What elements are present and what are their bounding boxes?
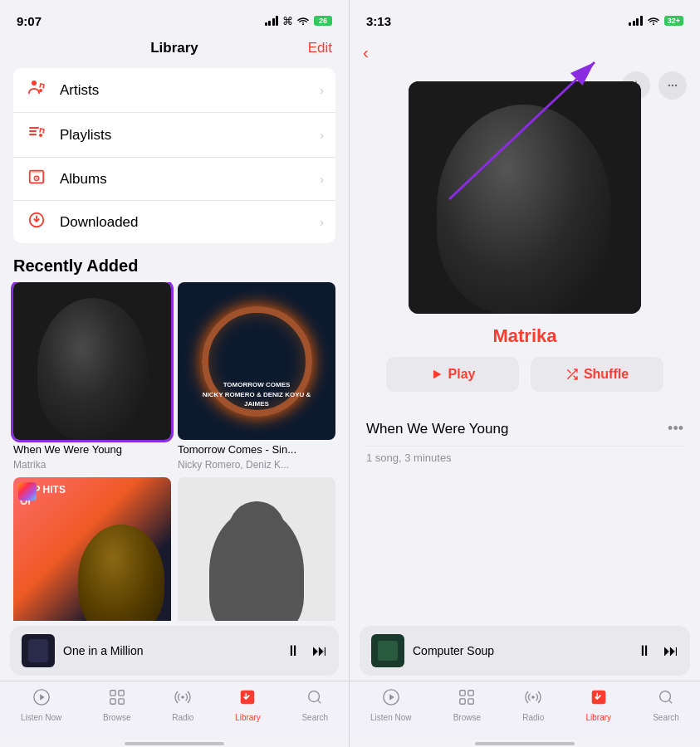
left-battery: 26 (314, 16, 332, 26)
track-meta: 1 song, 3 minutes (366, 447, 683, 472)
more-btn[interactable] (658, 71, 687, 100)
left-signal-icon (265, 16, 279, 26)
tomorrow-art: TOMORROW COMESNICKY ROMERO & DENIZ KOYU … (178, 282, 335, 440)
library-item-playlists[interactable]: Playlists › (13, 113, 335, 158)
svg-rect-26 (468, 699, 473, 704)
tab-listen-label-right: Listen Now (370, 713, 411, 722)
album-card-1[interactable]: When We Were Young Matrika (13, 282, 171, 471)
album-card-2[interactable]: TOMORROW COMESNICKY ROMERO & DENIZ KOYU … (178, 282, 335, 471)
right-mini-thumb (371, 634, 404, 667)
play-btn[interactable]: Play (386, 357, 519, 392)
left-mini-player[interactable]: One in a Million ⏸ ⏭ (10, 626, 339, 676)
plain-art (178, 477, 335, 621)
tophits-art: TOP HITSOf (13, 477, 171, 621)
track-section: When We Were Young ••• 1 song, 3 minutes (350, 405, 700, 621)
left-status-bar: 9:07 ⌘ 26 (0, 0, 349, 37)
album-artist-1: Matrika (13, 459, 171, 471)
svg-rect-23 (460, 691, 465, 696)
right-mini-info: Computer Soup (413, 644, 629, 657)
right-forward-btn[interactable]: ⏭ (663, 642, 678, 660)
tab-browse-icon-right (458, 688, 476, 710)
albums-chevron: › (320, 173, 324, 186)
tab-search-right[interactable]: Search (653, 688, 679, 722)
tab-radio-icon-right (524, 688, 542, 710)
album-card-4[interactable] (178, 477, 335, 621)
left-nav-header: Library Edit (0, 37, 349, 63)
right-status-icons: 32+ (629, 13, 683, 28)
matrika-person (37, 298, 148, 440)
playlists-icon (25, 123, 48, 147)
tab-listen-now-left[interactable]: Listen Now (21, 688, 61, 722)
tab-search-left[interactable]: Search (301, 688, 328, 722)
svg-point-0 (302, 23, 304, 25)
tab-library-icon-right (590, 688, 608, 710)
tab-library-left[interactable]: Library (235, 688, 261, 722)
right-status-bar: 3:13 32+ (350, 0, 700, 37)
left-forward-btn[interactable]: ⏭ (312, 642, 327, 660)
right-nav-area: ‹ (350, 37, 700, 73)
tab-browse-label-right: Browse (453, 713, 481, 722)
album-art-2: TOMORROW COMESNICKY ROMERO & DENIZ KOYU … (178, 282, 335, 440)
shuffle-btn[interactable]: Shuffle (531, 357, 663, 392)
library-list: Artists › Playlists › (13, 68, 335, 243)
right-signal-icon (629, 16, 643, 26)
left-mini-info: One in a Million (63, 644, 277, 657)
albums-icon (25, 168, 48, 190)
left-mini-title: One in a Million (63, 644, 277, 657)
album-artist-2: Nicky Romero, Deniz K... (178, 459, 335, 471)
tophits-badge (18, 482, 37, 500)
tab-browse-icon-left (108, 688, 126, 710)
album-title-2: Tomorrow Comes - Sin... (178, 443, 335, 456)
tab-browse-right[interactable]: Browse (453, 688, 481, 722)
svg-rect-4 (32, 171, 42, 173)
album-card-3[interactable]: TOP HITSOf Top Hits Of (13, 477, 171, 621)
svg-point-14 (245, 697, 247, 700)
artist-header: Matrika Play Shuffle (350, 73, 700, 405)
left-mini-thumb (22, 634, 55, 667)
shuffle-btn-label: Shuffle (584, 367, 629, 382)
artist-person (437, 105, 611, 314)
tab-radio-right[interactable]: Radio (522, 688, 544, 722)
left-pause-btn[interactable]: ⏸ (286, 642, 301, 660)
artist-name: Matrika (492, 325, 556, 347)
artist-cover-img (409, 81, 641, 314)
svg-rect-24 (468, 691, 473, 696)
left-wifi-icon: ⌘ (282, 15, 310, 27)
svg-rect-11 (110, 699, 115, 704)
tab-listen-now-right[interactable]: Listen Now (370, 688, 411, 722)
tab-browse-left[interactable]: Browse (103, 688, 130, 722)
library-item-artists[interactable]: Artists › (13, 68, 335, 113)
right-mini-art-detail (378, 641, 398, 661)
tab-library-right[interactable]: Library (585, 688, 611, 722)
right-wifi-icon (647, 13, 660, 28)
svg-point-29 (660, 691, 671, 702)
svg-point-6 (36, 178, 37, 179)
playlists-label: Playlists (60, 127, 308, 144)
right-time: 3:13 (366, 14, 391, 28)
right-pause-btn[interactable]: ⏸ (637, 642, 652, 660)
recently-added-title: Recently Added (0, 248, 349, 282)
right-mini-player[interactable]: Computer Soup ⏸ ⏭ (360, 626, 690, 676)
tab-radio-label-left: Radio (172, 713, 193, 722)
artists-chevron: › (320, 84, 324, 97)
left-edit-btn[interactable]: Edit (308, 40, 332, 56)
tab-library-icon-left (238, 688, 257, 710)
tab-search-label-left: Search (301, 713, 328, 722)
library-item-albums[interactable]: Albums › (13, 158, 335, 201)
tab-search-label-right: Search (653, 713, 679, 722)
left-mini-art-detail (28, 639, 48, 662)
track-more-1[interactable]: ••• (668, 420, 683, 437)
tab-browse-label-left: Browse (103, 713, 130, 722)
tab-radio-left[interactable]: Radio (172, 688, 193, 722)
svg-rect-10 (119, 691, 124, 696)
library-item-downloaded[interactable]: Downloaded › (13, 201, 335, 243)
track-item-1[interactable]: When We Were Young ••• (366, 412, 683, 447)
back-btn[interactable]: ‹ (363, 43, 369, 62)
svg-point-2 (39, 134, 42, 137)
left-tab-bar: Listen Now Browse Radio (0, 681, 349, 739)
artists-icon (25, 78, 48, 102)
tab-listen-icon-left (32, 688, 51, 710)
right-home-indicator (475, 742, 575, 745)
svg-point-17 (668, 85, 670, 86)
right-tab-bar: Listen Now Browse Radio (350, 681, 700, 739)
